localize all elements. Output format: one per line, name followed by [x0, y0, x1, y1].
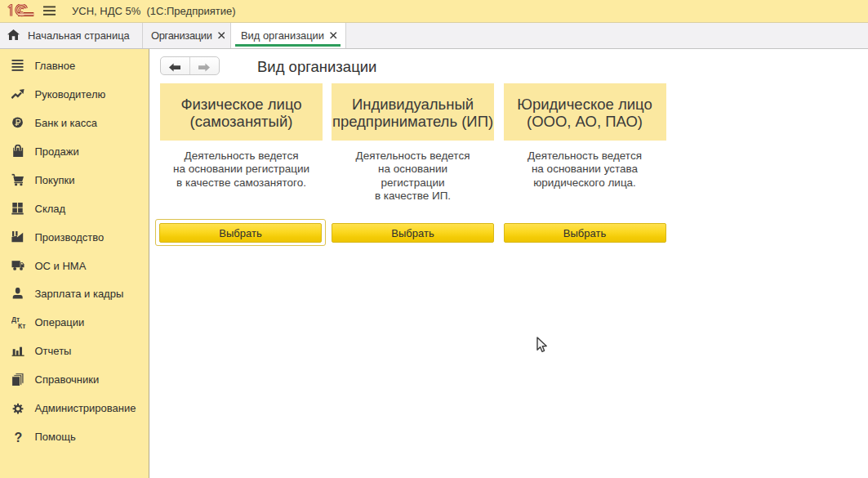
- svg-text:Кт: Кт: [18, 322, 25, 329]
- svg-text:?: ?: [15, 431, 23, 444]
